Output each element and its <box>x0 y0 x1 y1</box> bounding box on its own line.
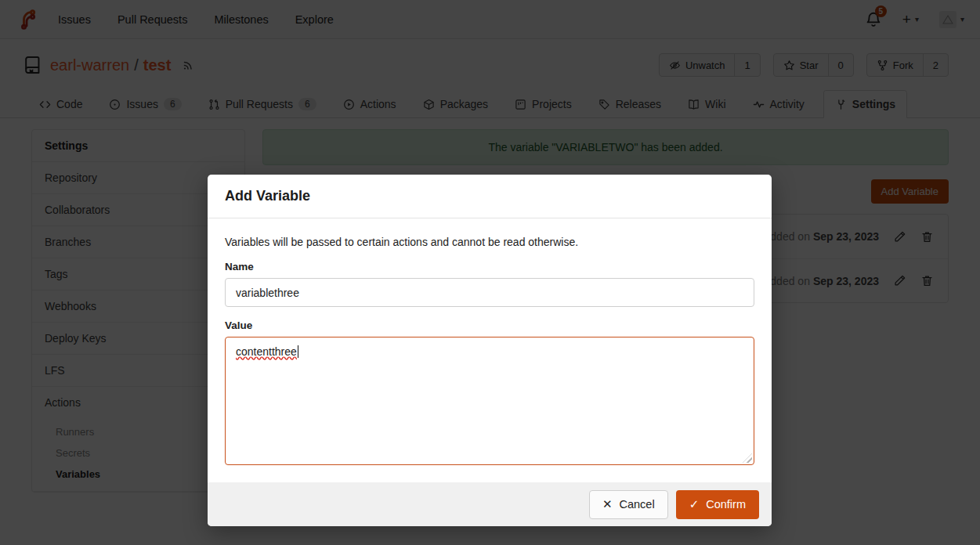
modal-footer: ✕ Cancel ✓ Confirm <box>208 482 772 526</box>
add-variable-modal: Add Variable Variables will be passed to… <box>208 175 772 526</box>
value-field-label: Value <box>225 319 754 331</box>
textarea-resize-handle[interactable] <box>743 453 752 463</box>
modal-body: Variables will be passed to certain acti… <box>208 218 772 482</box>
variable-name-input[interactable] <box>225 278 754 307</box>
page: Issues Pull Requests Milestones Explore … <box>0 0 980 545</box>
cancel-label: Cancel <box>620 498 655 511</box>
variable-value-textarea[interactable]: contentthree <box>225 337 754 465</box>
confirm-label: Confirm <box>706 498 746 511</box>
close-icon: ✕ <box>602 497 613 511</box>
cancel-button[interactable]: ✕ Cancel <box>589 490 668 519</box>
check-icon: ✓ <box>689 497 700 511</box>
confirm-button[interactable]: ✓ Confirm <box>676 490 759 519</box>
value-text: contentthree <box>236 345 297 358</box>
name-field-label: Name <box>225 261 754 272</box>
modal-description: Variables will be passed to certain acti… <box>225 236 754 248</box>
text-cursor <box>298 345 299 358</box>
modal-title: Add Variable <box>208 175 772 218</box>
